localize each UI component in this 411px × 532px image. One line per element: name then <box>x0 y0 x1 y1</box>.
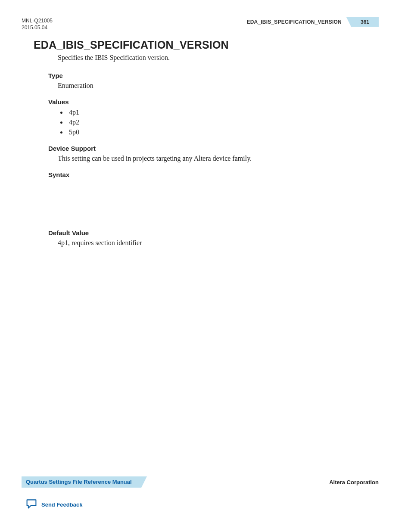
page-title: EDA_IBIS_SPECIFICATION_VERSION <box>34 39 379 51</box>
values-list: 4p1 4p2 5p0 <box>67 107 379 137</box>
header-section-name: EDA_IBIS_SPECIFICATION_VERSION <box>247 19 342 25</box>
list-item: 4p1 <box>67 107 379 117</box>
intro-text: Specifies the IBIS Specification version… <box>58 53 379 62</box>
section-head-type: Type <box>48 72 379 79</box>
section-head-device-support: Device Support <box>48 145 379 152</box>
section-head-default-value: Default Value <box>48 229 379 236</box>
send-feedback-label: Send Feedback <box>41 501 82 508</box>
company-name: Altera Corporation <box>329 479 379 485</box>
section-body-type: Enumeration <box>58 81 379 90</box>
section-body-device-support: This setting can be used in projects tar… <box>58 154 379 163</box>
doc-date: 2015.05.04 <box>22 24 53 31</box>
list-item: 4p2 <box>67 117 379 127</box>
page: MNL-Q21005 2015.05.04 EDA_IBIS_SPECIFICA… <box>0 0 411 532</box>
page-footer: Quartus Settings File Reference Manual A… <box>22 476 379 510</box>
speech-bubble-icon <box>26 499 37 510</box>
send-feedback-link[interactable]: Send Feedback <box>26 499 379 510</box>
page-header: MNL-Q21005 2015.05.04 EDA_IBIS_SPECIFICA… <box>22 17 379 31</box>
doc-id: MNL-Q21005 <box>22 17 53 24</box>
manual-name-link[interactable]: Quartus Settings File Reference Manual <box>22 476 141 488</box>
syntax-body-empty <box>34 180 379 223</box>
header-right: EDA_IBIS_SPECIFICATION_VERSION 361 <box>247 17 379 27</box>
section-head-values: Values <box>48 98 379 106</box>
section-head-syntax: Syntax <box>48 171 379 178</box>
header-left: MNL-Q21005 2015.05.04 <box>22 17 53 31</box>
page-number-badge: 361 <box>351 17 379 27</box>
content: EDA_IBIS_SPECIFICATION_VERSION Specifies… <box>34 39 379 247</box>
footer-bar: Quartus Settings File Reference Manual A… <box>22 476 379 488</box>
list-item: 5p0 <box>67 127 379 137</box>
section-body-default-value: 4p1, requires section identifier <box>58 238 379 248</box>
